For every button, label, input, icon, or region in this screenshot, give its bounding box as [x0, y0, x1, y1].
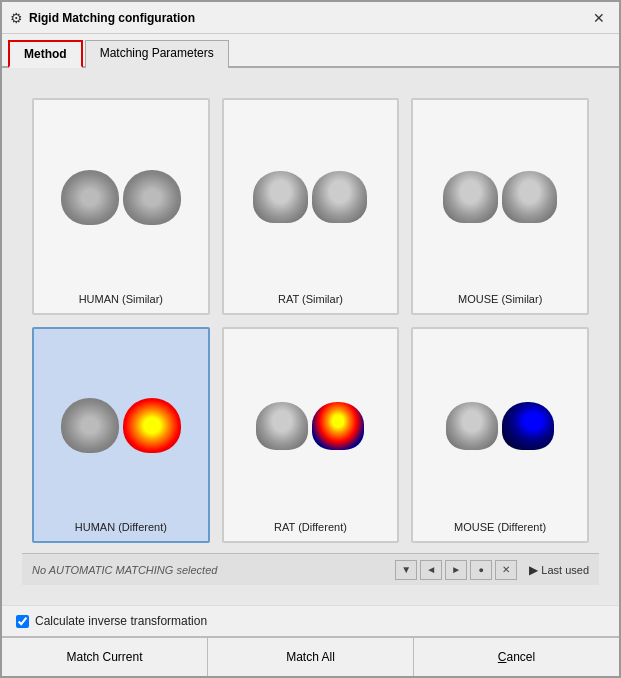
brain-image-human-similar-2 [123, 170, 181, 225]
card-images-rat-different [256, 337, 364, 516]
inverse-checkbox-label[interactable]: Calculate inverse transformation [35, 614, 207, 628]
brain-image-rat-similar-2 [312, 171, 367, 223]
match-all-button[interactable]: Match All [208, 638, 414, 676]
content-area: HUMAN (Similar) RAT (Similar) MOUSE (Sim… [2, 68, 619, 605]
dropdown-button[interactable]: ▼ [395, 560, 417, 580]
title-bar-left: ⚙ Rigid Matching configuration [10, 10, 195, 26]
title-bar: ⚙ Rigid Matching configuration ✕ [2, 2, 619, 34]
brain-image-mouse-similar-1 [443, 171, 498, 223]
remove-button[interactable]: ✕ [495, 560, 517, 580]
method-grid: HUMAN (Similar) RAT (Similar) MOUSE (Sim… [22, 88, 599, 553]
card-label-rat-similar: RAT (Similar) [278, 293, 343, 305]
prev-button[interactable]: ◄ [420, 560, 442, 580]
method-card-rat-different[interactable]: RAT (Different) [222, 327, 400, 544]
inverse-checkbox[interactable] [16, 615, 29, 628]
close-button[interactable]: ✕ [587, 9, 611, 27]
brain-image-mouse-similar-2 [502, 171, 557, 223]
main-window: ⚙ Rigid Matching configuration ✕ Method … [0, 0, 621, 678]
card-images-mouse-similar [443, 108, 557, 287]
card-images-rat-similar [253, 108, 367, 287]
brain-image-rat-diff-2 [312, 402, 364, 450]
app-icon: ⚙ [10, 10, 23, 26]
method-card-mouse-similar[interactable]: MOUSE (Similar) [411, 98, 589, 315]
play-button[interactable]: ► [445, 560, 467, 580]
method-card-rat-similar[interactable]: RAT (Similar) [222, 98, 400, 315]
stop-button[interactable]: ● [470, 560, 492, 580]
card-label-mouse-similar: MOUSE (Similar) [458, 293, 542, 305]
brain-image-rat-diff-1 [256, 402, 308, 450]
toolbar-icons: ▼ ◄ ► ● ✕ ▶ Last used [395, 560, 589, 580]
card-label-mouse-different: MOUSE (Different) [454, 521, 546, 533]
brain-image-mouse-diff-1 [446, 402, 498, 450]
cancel-button[interactable]: Cancel [414, 638, 619, 676]
last-used-label: ▶ Last used [529, 563, 589, 577]
checkbox-row: Calculate inverse transformation [2, 605, 619, 636]
tab-method[interactable]: Method [8, 40, 83, 68]
method-card-human-similar[interactable]: HUMAN (Similar) [32, 98, 210, 315]
card-label-rat-different: RAT (Different) [274, 521, 347, 533]
card-label-human-similar: HUMAN (Similar) [79, 293, 163, 305]
tab-bar: Method Matching Parameters [2, 34, 619, 68]
tab-matching-parameters[interactable]: Matching Parameters [85, 40, 229, 68]
method-card-human-different[interactable]: HUMAN (Different) [32, 327, 210, 544]
status-text: No AUTOMATIC MATCHING selected [32, 564, 217, 576]
brain-image-human-diff-1 [61, 398, 119, 453]
brain-image-human-similar-1 [61, 170, 119, 225]
card-images-human-different [61, 337, 181, 516]
card-label-human-different: HUMAN (Different) [75, 521, 167, 533]
method-card-mouse-different[interactable]: MOUSE (Different) [411, 327, 589, 544]
card-images-mouse-different [446, 337, 554, 516]
status-bar: No AUTOMATIC MATCHING selected ▼ ◄ ► ● ✕… [22, 553, 599, 585]
window-title: Rigid Matching configuration [29, 11, 195, 25]
brain-image-mouse-diff-2 [502, 402, 554, 450]
card-images-human-similar [61, 108, 181, 287]
match-current-button[interactable]: Match Current [2, 638, 208, 676]
brain-image-rat-similar-1 [253, 171, 308, 223]
brain-image-human-diff-2 [123, 398, 181, 453]
button-bar: Match Current Match All Cancel [2, 636, 619, 676]
